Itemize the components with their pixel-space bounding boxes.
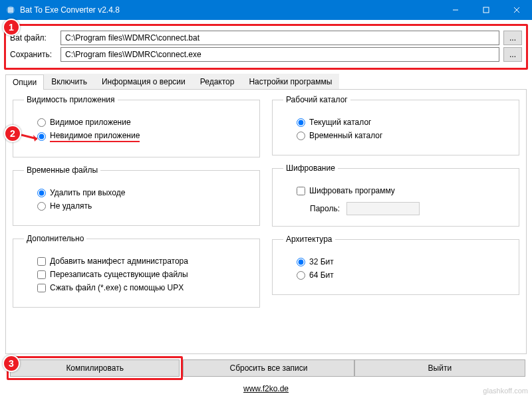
label-temp-dir: Временный каталог (309, 131, 382, 140)
radio-32bit[interactable] (297, 258, 305, 266)
compile-highlight: Компилировать (7, 356, 183, 380)
legend-arch: Архитектура (283, 235, 335, 244)
footer: www.f2ko.de (0, 384, 532, 393)
label-upx: Сжать файл (*.exe) с помощью UPX (50, 283, 184, 292)
label-encrypt: Шифровать программу (309, 186, 395, 195)
label-visible-app: Видимое приложение (50, 118, 131, 127)
annotation-arrow-icon (20, 130, 44, 143)
bat-file-input[interactable] (61, 31, 499, 45)
file-paths-group: Bat файл: ... Сохранить: ... (4, 24, 528, 70)
tab-version[interactable]: Информация о версии (94, 74, 193, 89)
label-invisible-app: Невидимое приложение (50, 131, 140, 142)
annotation-badge-2: 2 (4, 125, 21, 142)
save-file-input[interactable] (61, 47, 499, 62)
label-delete-on-exit: Удалить при выходе (50, 188, 125, 197)
legend-visibility: Видимость приложения (24, 95, 118, 104)
tab-editor[interactable]: Редактор (193, 74, 242, 89)
legend-extra: Дополнительно (24, 234, 86, 243)
titlebar: Bat To Exe Converter v2.4.8 (0, 0, 532, 20)
group-arch: Архитектура 32 Бит 64 Бит (272, 235, 519, 295)
radio-keep-tempfiles[interactable] (37, 202, 46, 211)
check-upx[interactable] (37, 284, 46, 292)
compile-button[interactable]: Компилировать (10, 359, 180, 377)
group-encrypt: Шифрование Шифровать программу Пароль: (272, 163, 519, 227)
label-32bit: 32 Бит (309, 257, 334, 266)
label-keep-tempfiles: Не удалять (50, 201, 92, 211)
radio-64bit[interactable] (297, 271, 305, 280)
radio-temp-dir[interactable] (297, 132, 305, 140)
legend-workdir: Рабочий каталог (283, 95, 350, 104)
legend-tempfiles: Временные файлы (24, 165, 100, 175)
close-button[interactable] (501, 0, 532, 20)
password-label: Пароль: (310, 204, 340, 213)
footer-link[interactable]: www.f2ko.de (243, 384, 289, 393)
group-extra: Дополнительно Добавить манифест админист… (13, 234, 260, 308)
password-input[interactable] (346, 202, 420, 215)
tab-include[interactable]: Включить (44, 74, 94, 89)
tab-settings[interactable]: Настройки программы (241, 74, 339, 89)
annotation-badge-1: 1 (3, 19, 20, 36)
minimize-button[interactable] (440, 0, 471, 20)
label-overwrite: Перезаписать существующие файлы (50, 270, 188, 279)
check-encrypt[interactable] (297, 187, 305, 195)
svg-rect-1 (8, 7, 13, 13)
radio-delete-on-exit[interactable] (37, 189, 46, 197)
maximize-button[interactable] (471, 0, 501, 20)
bottom-bar: Компилировать Сбросить все записи Выйти (0, 356, 532, 380)
window-title: Bat To Exe Converter v2.4.8 (20, 5, 440, 15)
radio-visible-app[interactable] (37, 118, 46, 127)
check-overwrite[interactable] (37, 270, 46, 279)
group-tempfiles: Временные файлы Удалить при выходе Не уд… (13, 165, 260, 226)
bat-browse-button[interactable]: ... (503, 31, 522, 45)
label-64bit: 64 Бит (309, 270, 334, 280)
options-panel: Видимость приложения Видимое приложение … (5, 90, 527, 354)
label-current-dir: Текущий каталог (309, 118, 371, 127)
watermark: glashkoff.com (483, 387, 528, 395)
legend-encrypt: Шифрование (283, 163, 338, 173)
label-admin-manifest: Добавить манифест администратора (50, 256, 188, 266)
group-visibility: Видимость приложения Видимое приложение … (13, 95, 260, 157)
save-browse-button[interactable]: ... (503, 47, 522, 62)
exit-button[interactable]: Выйти (354, 359, 525, 377)
svg-rect-3 (483, 7, 489, 13)
check-admin-manifest[interactable] (37, 257, 46, 266)
tab-bar: Опции Включить Информация о версии Редак… (5, 74, 527, 90)
radio-current-dir[interactable] (297, 118, 305, 127)
annotation-badge-3: 3 (3, 355, 20, 372)
app-icon (5, 5, 16, 15)
bat-file-label: Bat файл: (10, 33, 57, 43)
save-file-label: Сохранить: (10, 50, 57, 59)
reset-button[interactable]: Сбросить все записи (183, 359, 354, 377)
group-workdir: Рабочий каталог Текущий каталог Временны… (272, 95, 519, 155)
tab-options[interactable]: Опции (5, 74, 44, 90)
